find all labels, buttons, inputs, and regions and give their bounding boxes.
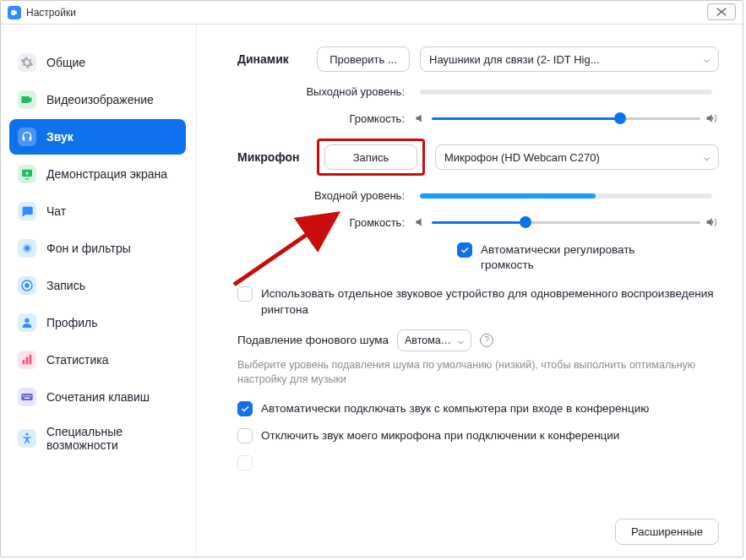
auto-join-label: Автоматически подключать звук с компьюте… <box>261 401 649 416</box>
sidebar-item-label: Общие <box>46 56 85 69</box>
sidebar-item-label: Демонстрация экрана <box>46 167 167 181</box>
sidebar-item-label: Статистика <box>46 353 109 367</box>
highlight-annotation: Запись <box>317 139 425 176</box>
chevron-down-icon: ⌵ <box>704 53 710 65</box>
help-icon[interactable]: ? <box>480 334 493 347</box>
sidebar-item-audio[interactable]: Звук <box>9 119 186 155</box>
auto-join-checkbox[interactable] <box>237 401 253 416</box>
mute-on-join-row: Отключить звук моего микрофона при подкл… <box>237 428 719 443</box>
statistics-icon <box>18 351 36 369</box>
sidebar-item-label: Фон и фильтры <box>46 242 131 255</box>
noise-hint: Выберите уровень подавления шума по умол… <box>237 358 719 388</box>
chevron-down-icon: ⌵ <box>458 334 464 346</box>
svg-rect-13 <box>30 395 30 396</box>
separate-ringtone-checkbox[interactable] <box>237 286 253 302</box>
speaker-volume-row: Громкость: <box>237 111 719 125</box>
separate-ringtone-row: Использовать отдельное звуковое устройст… <box>237 286 719 317</box>
speaker-high-icon <box>704 111 719 125</box>
svg-rect-7 <box>26 357 29 365</box>
sidebar-item-label: Сочетания клавиш <box>46 390 150 404</box>
body: Общие Видеоизображение Звук Демонстрация… <box>1 24 743 557</box>
svg-rect-8 <box>30 355 32 364</box>
share-screen-icon <box>18 165 36 183</box>
speaker-output-level-meter <box>420 90 712 95</box>
headphones-icon <box>18 128 36 146</box>
test-speaker-button[interactable]: Проверить ... <box>317 46 410 72</box>
partial-checkbox[interactable] <box>237 455 253 470</box>
mute-on-join-label: Отключить звук моего микрофона при подкл… <box>261 428 619 443</box>
noise-suppression-label: Подавление фонового шума <box>237 334 389 346</box>
mic-volume-label: Громкость: <box>237 216 413 229</box>
svg-rect-14 <box>25 398 30 399</box>
mic-row: Микрофон Запись Микрофон (HD Webcam C270… <box>237 139 719 176</box>
speaker-row: Динамик Проверить ... Наушники для связи… <box>237 46 719 72</box>
svg-rect-10 <box>23 395 24 396</box>
mute-on-join-checkbox[interactable] <box>237 428 253 443</box>
sidebar-item-profile[interactable]: Профиль <box>9 305 186 340</box>
auto-gain-row: Автоматически регулировать громкость <box>457 242 719 273</box>
truncated-row <box>237 455 719 470</box>
noise-suppression-select[interactable]: Автомат... ⌵ <box>397 329 471 351</box>
mic-volume-row: Громкость: <box>237 215 719 229</box>
sidebar-item-keyboard[interactable]: Сочетания клавиш <box>9 379 186 415</box>
mic-section-label: Микрофон <box>237 150 317 164</box>
chevron-down-icon: ⌵ <box>704 151 710 163</box>
separate-ringtone-label: Использовать отдельное звуковое устройст… <box>261 286 719 317</box>
speaker-volume-label: Громкость: <box>237 112 413 125</box>
sidebar-item-chat[interactable]: Чат <box>9 193 186 229</box>
sidebar-item-label: Чат <box>46 204 66 218</box>
sidebar-item-label: Запись <box>46 279 85 292</box>
speaker-device-value: Наушники для связи (2- IDT Hig... <box>429 53 600 66</box>
sidebar-item-accessibility[interactable]: Специальные возможности <box>9 416 186 460</box>
auto-gain-checkbox[interactable] <box>457 242 472 258</box>
speaker-volume-slider[interactable] <box>432 112 700 124</box>
video-icon <box>18 90 36 109</box>
sidebar-item-statistics[interactable]: Статистика <box>9 342 186 378</box>
speaker-low-icon <box>413 215 428 229</box>
sidebar-item-background[interactable]: Фон и фильтры <box>9 231 186 266</box>
noise-suppression-row: Подавление фонового шума Автомат... ⌵ ? <box>237 329 719 351</box>
output-level-label: Выходной уровень: <box>237 85 413 98</box>
mic-device-select[interactable]: Микрофон (HD Webcam C270) ⌵ <box>435 144 719 170</box>
speaker-device-select[interactable]: Наушники для связи (2- IDT Hig... ⌵ <box>420 46 719 72</box>
record-icon <box>18 276 36 295</box>
chat-icon <box>18 202 36 220</box>
keyboard-icon <box>18 388 36 406</box>
svg-point-15 <box>26 433 29 436</box>
record-mic-button[interactable]: Запись <box>324 144 417 170</box>
mic-input-level-row: Входной уровень: <box>237 189 719 202</box>
sidebar-item-label: Видеоизображение <box>46 93 154 106</box>
mic-volume-slider[interactable] <box>432 216 700 228</box>
sidebar-item-video[interactable]: Видеоизображение <box>9 82 186 117</box>
content: Динамик Проверить ... Наушники для связи… <box>197 24 743 557</box>
settings-window: Настройки Общие Видеоизображение Звук Де… <box>0 0 743 557</box>
gear-icon <box>18 53 36 72</box>
speaker-low-icon <box>413 111 428 125</box>
sidebar-item-label: Профиль <box>46 316 97 329</box>
speaker-section-label: Динамик <box>237 52 317 66</box>
close-button[interactable] <box>707 3 736 20</box>
sidebar: Общие Видеоизображение Звук Демонстрация… <box>1 24 197 557</box>
svg-point-4 <box>25 283 29 287</box>
svg-rect-6 <box>23 360 25 364</box>
svg-rect-11 <box>25 395 26 396</box>
titlebar: Настройки <box>1 1 743 24</box>
mic-device-value: Микрофон (HD Webcam C270) <box>444 151 600 164</box>
sidebar-item-label: Звук <box>46 130 74 144</box>
sidebar-item-share[interactable]: Демонстрация экрана <box>9 156 186 192</box>
profile-icon <box>18 313 36 332</box>
zoom-app-icon <box>8 6 21 19</box>
noise-suppression-value: Автомат... <box>405 334 453 346</box>
sidebar-item-general[interactable]: Общие <box>9 45 186 80</box>
close-icon <box>716 8 727 16</box>
svg-point-5 <box>25 318 29 323</box>
mic-input-level-fill <box>420 193 596 198</box>
sidebar-item-recording[interactable]: Запись <box>9 268 186 303</box>
speaker-output-level-row: Выходной уровень: <box>237 85 719 98</box>
svg-rect-12 <box>28 395 29 396</box>
advanced-button[interactable]: Расширенные <box>615 519 719 545</box>
accessibility-icon <box>18 429 36 448</box>
window-title: Настройки <box>26 7 76 19</box>
sidebar-item-label: Специальные возможности <box>46 425 177 452</box>
svg-rect-9 <box>21 394 32 400</box>
